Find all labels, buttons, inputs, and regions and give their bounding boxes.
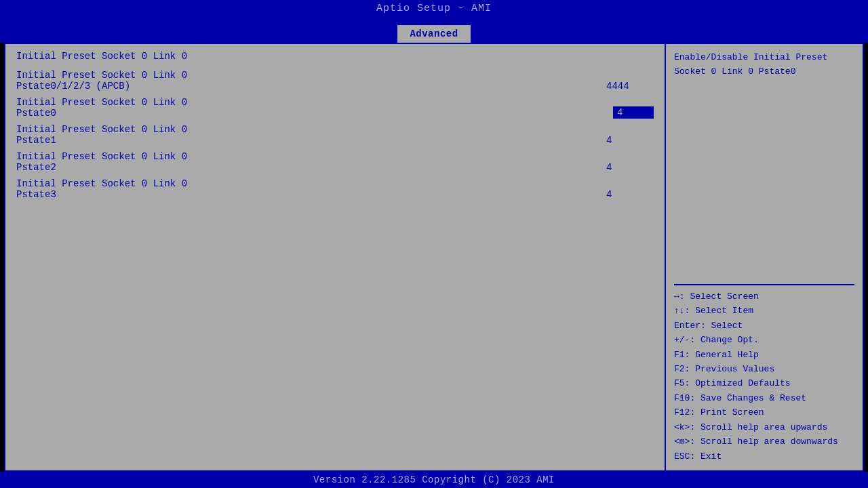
row-label-1: Initial Preset Socket 0 Link 0 bbox=[16, 151, 599, 162]
key-item: ↑↓: Select Item bbox=[674, 304, 854, 318]
row-label-1: Initial Preset Socket 0 Link 0 bbox=[16, 178, 599, 189]
row-value: 4 bbox=[599, 135, 654, 146]
key-item: ↔: Select Screen bbox=[674, 289, 854, 304]
list-item: Initial Preset Socket 0 Link 0 Pstate3 4 bbox=[16, 178, 654, 200]
tab-bar: Advanced bbox=[0, 17, 868, 43]
row-value: 4 bbox=[599, 162, 654, 173]
key-item: F1: General Help bbox=[674, 348, 854, 362]
key-item: F2: Previous Values bbox=[674, 362, 854, 376]
row-label-2: Pstate0/1/2/3 (APCB) bbox=[16, 81, 599, 92]
main-content: Initial Preset Socket 0 Link 0 Initial P… bbox=[4, 43, 864, 472]
right-panel: Enable/Disable Initial PresetSocket 0 Li… bbox=[666, 44, 863, 470]
key-item: <m>: Scroll help area downwards bbox=[674, 434, 854, 449]
row-value-highlighted: 4 bbox=[613, 106, 654, 119]
key-help: ↔: Select Screen ↑↓: Select Item Enter: … bbox=[674, 289, 854, 464]
key-item: Enter: Select bbox=[674, 319, 854, 333]
list-item: Initial Preset Socket 0 Link 0 Pstate1 4 bbox=[16, 124, 654, 146]
section-header: Initial Preset Socket 0 Link 0 bbox=[16, 51, 654, 62]
left-panel: Initial Preset Socket 0 Link 0 Initial P… bbox=[5, 44, 666, 470]
key-item: +/-: Change Opt. bbox=[674, 333, 854, 347]
row-label-2: Pstate1 bbox=[16, 135, 599, 146]
key-item: F10: Save Changes & Reset bbox=[674, 391, 854, 405]
key-item: ESC: Exit bbox=[674, 449, 854, 464]
row-label-1: Initial Preset Socket 0 Link 0 bbox=[16, 97, 613, 108]
row-label-2: Pstate3 bbox=[16, 189, 599, 200]
list-item: Initial Preset Socket 0 Link 0 Pstate0/1… bbox=[16, 70, 654, 92]
row-label-2: Pstate0 bbox=[16, 108, 613, 119]
row-value: 4444 bbox=[599, 81, 654, 92]
help-text: Enable/Disable Initial PresetSocket 0 Li… bbox=[674, 51, 854, 280]
title-bar: Aptio Setup - AMI bbox=[0, 0, 868, 17]
footer: Version 2.22.1285 Copyright (C) 2023 AMI bbox=[0, 472, 868, 488]
app-title: Aptio Setup - AMI bbox=[376, 3, 492, 14]
key-item: F5: Optimized Defaults bbox=[674, 376, 854, 390]
row-label-2: Pstate2 bbox=[16, 162, 599, 173]
row-label-1: Initial Preset Socket 0 Link 0 bbox=[16, 70, 599, 81]
footer-text: Version 2.22.1285 Copyright (C) 2023 AMI bbox=[313, 474, 555, 485]
divider bbox=[674, 284, 854, 285]
key-item: F12: Print Screen bbox=[674, 405, 854, 420]
row-value: 4 bbox=[599, 189, 654, 200]
tab-advanced[interactable]: Advanced bbox=[397, 25, 470, 43]
key-item: <k>: Scroll help area upwards bbox=[674, 420, 854, 434]
list-item: Initial Preset Socket 0 Link 0 Pstate2 4 bbox=[16, 151, 654, 173]
list-item[interactable]: Initial Preset Socket 0 Link 0 Pstate0 4 bbox=[16, 97, 654, 119]
row-label-1: Initial Preset Socket 0 Link 0 bbox=[16, 124, 599, 135]
